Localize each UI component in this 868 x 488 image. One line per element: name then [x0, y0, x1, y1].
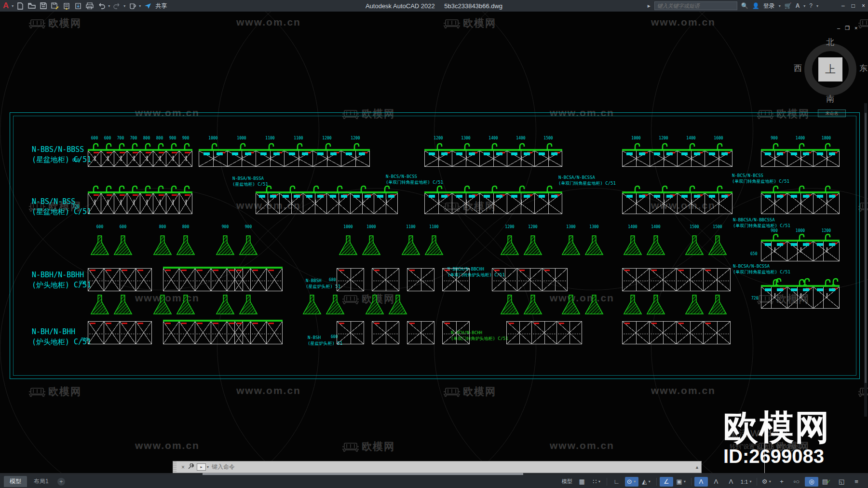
cabinet-block[interactable]	[479, 193, 507, 214]
command-bar-close-icon[interactable]: ×	[181, 464, 185, 471]
range-hood-block[interactable]	[707, 235, 728, 258]
status-model-space-toggle[interactable]: 模型	[560, 477, 574, 487]
dimension-text[interactable]: 1000	[366, 225, 376, 229]
customize-wrench-icon[interactable]	[188, 463, 194, 471]
cabinet-block[interactable]	[140, 150, 153, 167]
cabinet-block[interactable]	[507, 193, 535, 214]
redo-caret-icon[interactable]: ▾	[123, 4, 125, 8]
cabinet-block[interactable]	[649, 321, 677, 344]
cabinet-block[interactable]	[166, 193, 179, 214]
range-hood-block[interactable]	[338, 235, 359, 258]
range-hood-block[interactable]	[89, 294, 110, 317]
dimension-text[interactable]: 1300	[566, 225, 575, 229]
range-hood-block[interactable]	[238, 294, 259, 317]
dimension-text[interactable]: 680	[329, 278, 336, 282]
status-snap-mode[interactable]: ∷▼	[590, 477, 604, 487]
status-isolate-objects[interactable]: ▫○	[790, 477, 803, 487]
cabinet-block[interactable]	[534, 150, 562, 167]
dimension-text[interactable]: 900	[771, 136, 777, 140]
cabinet-block[interactable]	[120, 268, 136, 291]
cabinet-block[interactable]	[650, 193, 678, 214]
help-caret-icon[interactable]: ▾	[816, 4, 818, 8]
dimension-text[interactable]: 900	[771, 229, 777, 233]
status-object-snap[interactable]: ▣▼	[675, 477, 688, 487]
cabinet-block[interactable]	[677, 193, 705, 214]
cabinet-block[interactable]	[705, 150, 732, 167]
undo-icon[interactable]	[96, 1, 106, 11]
dimension-text[interactable]: 800	[182, 225, 189, 229]
range-hood-block[interactable]	[361, 235, 382, 258]
drawing-canvas[interactable]: 欧模网www.om.cn欧模网www.om.cn欧模网www.om.cnwww.…	[0, 12, 868, 475]
status-polar-tracking[interactable]: ⊙▼	[625, 477, 638, 487]
range-hood-block[interactable]	[684, 294, 705, 317]
cabinet-block[interactable]	[114, 193, 127, 214]
range-hood-block[interactable]	[522, 235, 543, 258]
cabinet-block[interactable]	[556, 321, 582, 344]
cabinet-block[interactable]	[166, 150, 179, 167]
plot-icon[interactable]	[62, 1, 71, 11]
range-hood-block[interactable]	[364, 294, 385, 317]
dimension-text[interactable]: 650	[750, 252, 757, 256]
cabinet-block[interactable]	[127, 150, 140, 167]
dimension-text[interactable]: 900	[222, 225, 229, 229]
range-hood-block[interactable]	[622, 235, 643, 258]
cabinet-block[interactable]	[312, 150, 341, 167]
dimension-text[interactable]: 900	[182, 136, 189, 140]
range-hood-block[interactable]	[175, 294, 196, 317]
range-hood-block[interactable]	[325, 294, 346, 317]
dimension-text[interactable]: 800	[156, 136, 163, 140]
range-hood-block[interactable]	[400, 235, 421, 258]
block-annotation[interactable]: N-BSA/N-BSSA(星盆地柜) C/51	[232, 176, 268, 187]
doc-minimize-button[interactable]: –	[837, 25, 840, 31]
cabinet-block[interactable]	[531, 321, 557, 344]
status-clean-screen[interactable]: ◱	[835, 477, 848, 487]
cabinet-block[interactable]	[703, 321, 731, 344]
status-annotation-monitor[interactable]: +	[775, 477, 788, 487]
range-hood-block[interactable]	[684, 235, 705, 258]
cabinet-block[interactable]	[813, 193, 840, 214]
cabinet-block[interactable]	[761, 193, 787, 214]
cabinet-block[interactable]	[163, 321, 179, 344]
cabinet-block[interactable]	[492, 268, 517, 291]
new-layout-button[interactable]: +	[57, 478, 65, 486]
cabinet-block[interactable]	[179, 150, 192, 167]
cabinet-block[interactable]	[256, 150, 285, 167]
block-annotation[interactable]: N-BCS/N-BCSS(单双门转角星盆地柜) C/51	[732, 173, 789, 184]
cabinet-block[interactable]	[649, 268, 677, 291]
dimension-text[interactable]: 1500	[690, 225, 699, 229]
range-hood-block[interactable]	[89, 235, 110, 258]
cabinet-block[interactable]	[211, 321, 227, 344]
cabinet-block[interactable]	[179, 268, 195, 291]
range-hood-block[interactable]	[301, 294, 323, 317]
dimension-text[interactable]: 600	[120, 225, 126, 229]
cabinet-block[interactable]	[452, 193, 480, 214]
cabinet-block[interactable]	[153, 193, 166, 214]
login-caret-icon[interactable]: ▾	[779, 4, 781, 8]
range-hood-block[interactable]	[499, 235, 520, 258]
cabinet-block[interactable]	[163, 268, 179, 291]
compass-west-label[interactable]: 西	[794, 63, 802, 74]
range-hood-block[interactable]	[152, 235, 173, 258]
cabinet-block[interactable]	[136, 321, 152, 344]
cabinet-block[interactable]	[542, 268, 568, 291]
cabinet-block[interactable]	[372, 321, 399, 344]
cabinet-block[interactable]	[622, 193, 650, 214]
dimension-text[interactable]: 1200	[351, 136, 360, 140]
cabinet-block[interactable]	[372, 268, 399, 291]
dimension-text[interactable]: 720	[81, 338, 88, 342]
status-annotation-scale[interactable]: 1:1▼	[739, 477, 754, 487]
cabinet-block[interactable]	[813, 241, 840, 261]
cabinet-block[interactable]	[813, 150, 840, 167]
cabinet-block[interactable]	[101, 193, 114, 214]
dimension-text[interactable]: 900	[169, 136, 176, 140]
cabinet-block[interactable]	[507, 150, 535, 167]
row-label[interactable]: N-BH/N-BHH(炉头地柜) C/51	[32, 327, 91, 347]
cabinet-block[interactable]	[622, 321, 650, 344]
status-workspace-switching[interactable]: ⚙▼	[760, 477, 773, 487]
cabinet-block[interactable]	[234, 321, 251, 344]
cabinet-block[interactable]	[622, 268, 650, 291]
search-icon[interactable]: 🔍	[741, 2, 748, 9]
range-hood-block[interactable]	[522, 294, 543, 317]
cabinet-block[interactable]	[88, 321, 104, 344]
dimension-text[interactable]: 800	[159, 225, 166, 229]
